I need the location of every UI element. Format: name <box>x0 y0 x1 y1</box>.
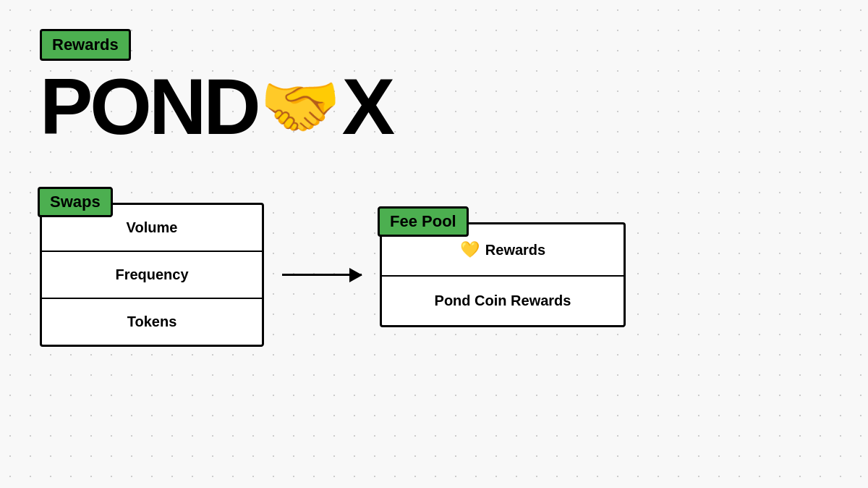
swaps-section: Swaps Volume Frequency Tokens <box>40 203 264 347</box>
diagram-area: Swaps Volume Frequency Tokens Fee Pool 💛… <box>40 203 828 347</box>
logo-text-x: X <box>342 67 392 146</box>
arrow-section <box>264 274 380 276</box>
feepool-box: 💛 Rewards Pond Coin Rewards <box>380 222 626 327</box>
page-container: Rewards POND 🤝 X Swaps Volume Frequency … <box>0 0 868 488</box>
feepool-rewards-label: Rewards <box>485 242 545 258</box>
rewards-badge: Rewards <box>40 29 131 61</box>
swaps-row-frequency: Frequency <box>42 252 262 299</box>
swaps-row-tokens: Tokens <box>42 299 262 345</box>
swaps-box: Volume Frequency Tokens <box>40 203 264 347</box>
logo-text-pondx: POND <box>40 67 258 146</box>
arrow-icon <box>282 274 362 276</box>
swaps-badge: Swaps <box>38 187 113 217</box>
feepool-section: Fee Pool 💛 Rewards Pond Coin Rewards <box>380 222 626 327</box>
handshake-icon: 🤝 <box>260 74 341 139</box>
header-area: Rewards POND 🤝 X <box>40 29 392 146</box>
gem-icon: 💛 <box>460 240 480 259</box>
logo-row: POND 🤝 X <box>40 67 392 146</box>
feepool-badge: Fee Pool <box>378 206 469 237</box>
feepool-row-pond-coin: Pond Coin Rewards <box>382 277 624 325</box>
